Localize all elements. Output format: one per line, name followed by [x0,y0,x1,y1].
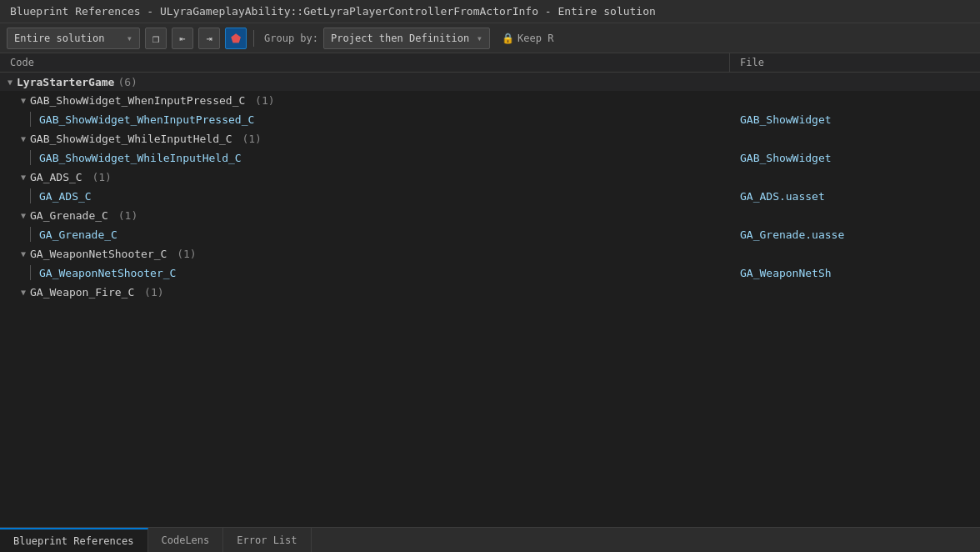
group-row-4[interactable]: ▼ GA_WeaponNetShooter_C (1) [0,244,980,263]
group4-arrow[interactable]: ▼ [17,249,30,258]
child40-file: GA_WeaponNetSh [730,266,980,280]
group1-arrow[interactable]: ▼ [17,134,30,143]
column-headers: Code File [0,53,980,73]
child-row-3-0[interactable]: GA_Grenade_C GA_Grenade.uasse [0,224,980,244]
group-row-5[interactable]: ▼ GA_Weapon_Fire_C (1) [0,283,980,301]
group-row-1[interactable]: ▼ GAB_ShowWidget_WhileInputHeld_C (1) [0,129,980,148]
tab-codelens-label: CodeLens [162,534,210,546]
group0-name: GAB_ShowWidget_WhenInputPressed_C (1) [30,94,275,107]
child00-file: GAB_ShowWidget [730,113,980,127]
child-line-1-0 [30,150,31,165]
group5-arrow[interactable]: ▼ [17,288,30,297]
group3-arrow[interactable]: ▼ [17,211,30,220]
child-row-4-0[interactable]: GA_WeaponNetShooter_C GA_WeaponNetSh [0,263,980,283]
column-file-header: File [730,53,980,72]
column-code-header: Code [0,53,730,72]
child-line-3-0 [30,227,31,242]
tab-bar: Blueprint References CodeLens Error List [0,527,980,552]
copy-icon: ❐ [152,32,159,45]
child-row-2-0[interactable]: GA_ADS_C GA_ADS.uasset [0,186,980,206]
group-by-label: Group by: [264,33,318,44]
root-group-name: LyraStarterGame(6) [17,76,138,88]
lock-icon: 🔒 [502,33,514,44]
child-line-2-0 [30,188,31,203]
group3-file [730,214,980,216]
group3-name: GA_Grenade_C (1) [30,209,138,222]
group-row-3[interactable]: ▼ GA_Grenade_C (1) [0,206,980,224]
tab-codelens[interactable]: CodeLens [148,528,224,552]
tab-error-list-label: Error List [237,534,297,546]
title-text: Blueprint References - ULyraGameplayAbil… [10,5,656,18]
child40-name: GA_WeaponNetShooter_C [39,267,176,279]
group4-name: GA_WeaponNetShooter_C (1) [30,248,197,260]
filter-button[interactable]: ⬟ [225,28,247,49]
tab-blueprint-references[interactable]: Blueprint References [0,528,148,552]
child-row-1-0[interactable]: GAB_ShowWidget_WhileInputHeld_C GAB_Show… [0,148,980,168]
scope-chevron-icon: ▾ [127,33,132,44]
root-group-row[interactable]: ▼ LyraStarterGame(6) [0,73,980,91]
group0-arrow[interactable]: ▼ [17,96,30,105]
expand-tree-button[interactable]: ⇥ [198,28,220,49]
group2-file [730,176,980,178]
child-line-0-0 [30,112,31,127]
title-bar: Blueprint References - ULyraGameplayAbil… [0,0,980,23]
group1-file [730,138,980,139]
tab-blueprint-references-label: Blueprint References [13,535,134,547]
child30-name: GA_Grenade_C [39,228,118,241]
keep-results-label: Keep R [518,33,553,44]
tree-content[interactable]: ▼ LyraStarterGame(6) ▼ GAB_ShowWidget_Wh… [0,73,980,527]
group4-file [730,253,980,254]
collapse-tree-button[interactable]: ⇤ [172,28,193,49]
toolbar: Entire solution ▾ ❐ ⇤ ⇥ ⬟ Group by: Proj… [0,23,980,53]
expand-icon: ⇥ [206,33,212,44]
root-expand-arrow[interactable]: ▼ [3,78,17,87]
filter-icon: ⬟ [231,32,241,45]
collapse-icon: ⇤ [179,33,185,44]
group-row-2[interactable]: ▼ GA_ADS_C (1) [0,168,980,186]
root-file-cell [730,81,980,83]
group-chevron-icon: ▾ [477,33,482,44]
child20-name: GA_ADS_C [39,190,92,203]
lock-area[interactable]: 🔒 Keep R [502,33,553,44]
child30-file: GA_Grenade.uasse [730,228,980,242]
copy-button[interactable]: ❐ [145,28,167,49]
group-row-0[interactable]: ▼ GAB_ShowWidget_WhenInputPressed_C (1) [0,91,980,109]
scope-value: Entire solution [14,33,104,44]
group0-file [730,99,980,101]
child00-name: GAB_ShowWidget_WhenInputPressed_C [39,113,254,126]
child20-file: GA_ADS.uasset [730,189,980,203]
group1-name: GAB_ShowWidget_WhileInputHeld_C (1) [30,133,262,145]
child-line-4-0 [30,265,31,280]
group-by-dropdown[interactable]: Project then Definition ▾ [323,28,490,49]
scope-dropdown[interactable]: Entire solution ▾ [7,28,140,49]
child10-file: GAB_ShowWidget [730,151,980,165]
group-by-value: Project then Definition [331,33,469,44]
child-row-0-0[interactable]: GAB_ShowWidget_WhenInputPressed_C GAB_Sh… [0,109,980,129]
group2-name: GA_ADS_C (1) [30,171,112,183]
toolbar-separator [253,30,254,47]
group5-name: GA_Weapon_Fire_C (1) [30,286,164,299]
child10-name: GAB_ShowWidget_WhileInputHeld_C [39,152,242,164]
tab-error-list[interactable]: Error List [223,528,311,552]
group2-arrow[interactable]: ▼ [17,173,30,182]
group5-file [730,291,980,293]
